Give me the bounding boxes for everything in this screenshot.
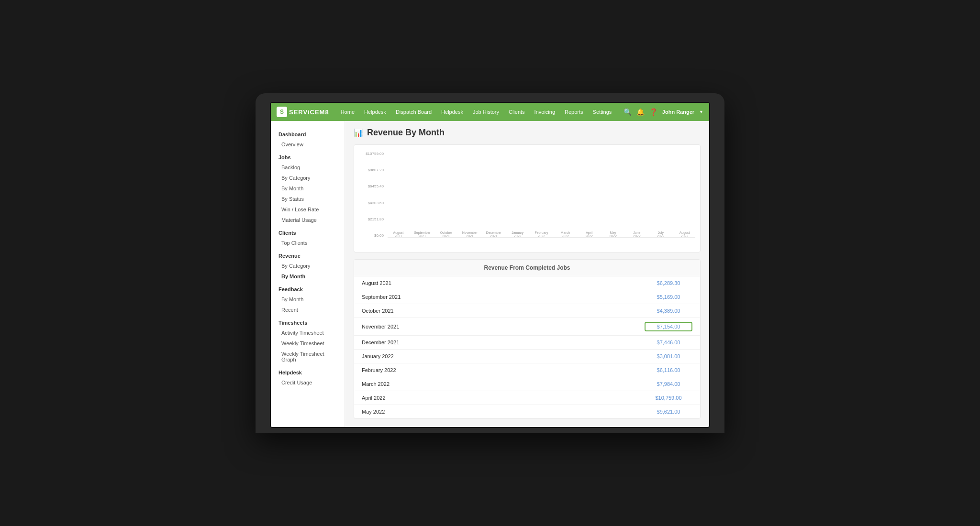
- table-cell-amount: $10,759.00: [645, 395, 692, 401]
- chart-bar-label: February2022: [535, 231, 548, 238]
- chart-y-labels: $0.00$2151.80$4303.60$6455.40$8607.20$10…: [359, 152, 387, 238]
- chart-area: $0.00$2151.80$4303.60$6455.40$8607.20$10…: [359, 152, 695, 247]
- chart-bar-group[interactable]: January2022: [507, 229, 528, 238]
- main-area: 📊 Revenue By Month $0.00$2151.80$4303.60…: [345, 121, 709, 427]
- chart-bar-label: October2021: [440, 231, 452, 238]
- nav-item-settings[interactable]: Settings: [588, 103, 617, 121]
- sidebar-section-jobs: Jobs: [271, 150, 345, 162]
- chart-bars: August2021September2021October2021Novemb…: [388, 152, 695, 238]
- sidebar-section-helpdesk-section: Helpdesk: [271, 365, 345, 377]
- chart-bar-label: January2022: [512, 231, 523, 238]
- sidebar-item-overview[interactable]: Overview: [271, 139, 345, 150]
- table-cell-month: August 2021: [362, 280, 645, 286]
- chart-bar-group[interactable]: February2022: [531, 229, 552, 238]
- laptop-frame: S SERViCEM8 HomeHelpdeskDispatch BoardHe…: [256, 93, 724, 433]
- sidebar-item-top-clients[interactable]: Top Clients: [271, 238, 345, 248]
- table-row[interactable]: May 2022$9,621.00: [354, 405, 700, 418]
- table-cell-amount: $7,154.00: [645, 322, 692, 331]
- table-cell-amount: $7,446.00: [645, 340, 692, 345]
- chart-bar-group[interactable]: September2021: [412, 229, 433, 238]
- sidebar-item-activity-timesheet[interactable]: Activity Timesheet: [271, 328, 345, 338]
- table-cell-amount: $7,984.00: [645, 381, 692, 387]
- chart-bar-group[interactable]: July2022: [650, 229, 671, 238]
- bell-icon[interactable]: 🔔: [636, 108, 645, 116]
- chart-bar-group[interactable]: August2021: [388, 229, 409, 238]
- table-cell-month: October 2021: [362, 308, 645, 314]
- chart-bar-group[interactable]: May2022: [602, 229, 624, 238]
- sidebar-section-timesheets-section: Timesheets: [271, 315, 345, 328]
- chart-y-label: $2151.80: [359, 217, 387, 221]
- nav-item-clients[interactable]: Clients: [504, 103, 530, 121]
- chart-bar-label: May2022: [609, 231, 617, 238]
- table-row[interactable]: December 2021$7,446.00: [354, 336, 700, 350]
- table-header: Revenue From Completed Jobs: [354, 260, 700, 276]
- nav-item-helpdesk2[interactable]: Helpdesk: [436, 103, 468, 121]
- page-content: DashboardOverviewJobsBacklogBy CategoryB…: [271, 121, 709, 427]
- nav-item-helpdesk[interactable]: Helpdesk: [359, 103, 391, 121]
- chart-bar-group[interactable]: April2022: [579, 229, 600, 238]
- chart-bar-group[interactable]: December2021: [483, 229, 504, 238]
- chevron-down-icon[interactable]: ▼: [699, 110, 703, 114]
- sidebar-item-feedback-by-month[interactable]: By Month: [271, 294, 345, 305]
- sidebar-item-material-usage[interactable]: Material Usage: [271, 215, 345, 225]
- nav-item-job-history[interactable]: Job History: [468, 103, 504, 121]
- chart-bar-group[interactable]: August2022: [674, 229, 695, 238]
- search-icon[interactable]: 🔍: [624, 108, 632, 116]
- table-cell-amount: $5,169.00: [645, 294, 692, 300]
- table-row[interactable]: February 2022$6,116.00: [354, 363, 700, 377]
- table-row[interactable]: January 2022$3,081.00: [354, 350, 700, 363]
- revenue-table: Revenue From Completed Jobs August 2021$…: [354, 259, 701, 419]
- table-cell-amount: $6,116.00: [645, 367, 692, 373]
- chart-bar-label: December2021: [486, 231, 501, 238]
- page-title-row: 📊 Revenue By Month: [354, 128, 701, 138]
- chart-bar-group[interactable]: March2022: [555, 229, 576, 238]
- table-cell-month: January 2022: [362, 353, 645, 359]
- chart-y-label: $4303.60: [359, 201, 387, 205]
- table-row[interactable]: September 2021$5,169.00: [354, 290, 700, 304]
- sidebar-section-dashboard: Dashboard: [271, 127, 345, 139]
- chart-bar-label: March2022: [561, 231, 570, 238]
- table-body: August 2021$6,289.30September 2021$5,169…: [354, 276, 700, 418]
- nav-item-home[interactable]: Home: [336, 103, 359, 121]
- chart-bar-group[interactable]: October2021: [435, 229, 457, 238]
- sidebar-item-backlog[interactable]: Backlog: [271, 162, 345, 173]
- nav-item-dispatch-board[interactable]: Dispatch Board: [391, 103, 436, 121]
- nav-item-invoicing[interactable]: Invoicing: [530, 103, 560, 121]
- sidebar-item-by-status[interactable]: By Status: [271, 194, 345, 204]
- table-row[interactable]: August 2021$6,289.30: [354, 276, 700, 290]
- sidebar-item-by-month-jobs[interactable]: By Month: [271, 183, 345, 194]
- logo-text: SERViCEM8: [289, 109, 329, 116]
- chart-bar-group[interactable]: June2022: [626, 229, 647, 238]
- sidebar-item-weekly-timesheet-graph[interactable]: Weekly Timesheet Graph: [271, 349, 345, 365]
- page-title-icon: 📊: [354, 128, 363, 137]
- table-row[interactable]: October 2021$4,389.00: [354, 304, 700, 318]
- sidebar-item-by-category[interactable]: By Category: [271, 173, 345, 183]
- chart-y-label: $10759.00: [359, 152, 387, 156]
- laptop-screen: S SERViCEM8 HomeHelpdeskDispatch BoardHe…: [270, 102, 710, 428]
- help-icon[interactable]: ❓: [649, 108, 657, 116]
- table-row[interactable]: March 2022$7,984.00: [354, 377, 700, 391]
- table-cell-amount: $6,289.30: [645, 280, 692, 286]
- sidebar-item-feedback-recent[interactable]: Recent: [271, 305, 345, 315]
- nav-logo[interactable]: S SERViCEM8: [277, 107, 329, 117]
- sidebar-item-credit-usage[interactable]: Credit Usage: [271, 377, 345, 388]
- table-cell-amount: $9,621.00: [645, 409, 692, 415]
- nav-item-reports[interactable]: Reports: [560, 103, 588, 121]
- chart-container: $0.00$2151.80$4303.60$6455.40$8607.20$10…: [354, 144, 701, 252]
- sidebar-section-clients-section: Clients: [271, 225, 345, 238]
- sidebar-item-win-lose[interactable]: Win / Lose Rate: [271, 204, 345, 215]
- chart-bar-label: June2022: [633, 231, 641, 238]
- sidebar-section-feedback-section: Feedback: [271, 282, 345, 294]
- sidebar-item-revenue-by-month[interactable]: By Month: [271, 271, 345, 282]
- chart-bar-label: September2021: [414, 231, 430, 238]
- table-cell-month: March 2022: [362, 381, 645, 387]
- table-row[interactable]: November 2021$7,154.00: [354, 318, 700, 336]
- sidebar-item-weekly-timesheet[interactable]: Weekly Timesheet: [271, 338, 345, 349]
- chart-bar-group[interactable]: November2021: [459, 229, 481, 238]
- sidebar-item-revenue-by-category[interactable]: By Category: [271, 261, 345, 271]
- chart-x-axis: [388, 237, 695, 238]
- chart-y-label: $8607.20: [359, 168, 387, 172]
- table-cell-amount: $4,389.00: [645, 308, 692, 314]
- user-menu[interactable]: John Ranger: [662, 109, 694, 115]
- table-row[interactable]: April 2022$10,759.00: [354, 391, 700, 405]
